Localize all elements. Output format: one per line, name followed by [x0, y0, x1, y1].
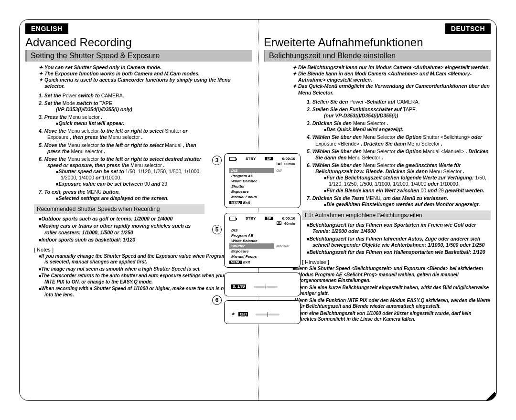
lang-tab-english: ENGLISH — [25, 23, 68, 34]
note-item: Wenn eine Belichtungszeit von 1/1000 ode… — [292, 311, 491, 323]
step-4: 4. Move the Menu selector to the left or… — [39, 128, 204, 140]
notes-en: If you manually change the Shutter Speed… — [25, 253, 252, 298]
step-3: 3. Drücken Sie den Menu Selector . Das Q… — [307, 120, 491, 133]
steps-en: 1. Set the Power switch to CAMERA. 2. Se… — [25, 93, 252, 202]
bullet-item: Belichtungszeit für das Filmen fahrender… — [307, 236, 491, 248]
callout-circle-3: 3 — [212, 156, 222, 165]
lcd-screen-3: STBYSP0:00:10 60min DISOff Program AE Wh… — [224, 153, 301, 208]
note-item: Wenn Sie eine kurze Belichtungszeit eing… — [292, 285, 491, 297]
lang-tab-deutsch: DEUTSCH — [445, 23, 491, 34]
step-3: 3. Press the Menu selector . Quick menu … — [39, 114, 204, 126]
stby-label: STBY — [246, 157, 256, 161]
menu-row: Shutter — [229, 184, 295, 189]
page-number: 57 — [488, 395, 497, 401]
page-title-de: Erweiterte Aufnahmefunktionen — [264, 36, 491, 49]
menu-row: Exposure — [229, 189, 295, 194]
notes-label-en: [ Notes ] — [34, 247, 252, 252]
step-5: 5. Move the Menu selector to the left or… — [39, 142, 204, 155]
intro-item: Quick menu is used to access Camcorder f… — [39, 77, 252, 89]
step-2: 2. Stellen Sie den Funktionsschalter auf… — [307, 106, 491, 119]
remain-label: 60min — [284, 221, 295, 226]
lcd-screen-6a: S. 1/50 — [224, 273, 301, 296]
shutter-value: S. 1/50 — [231, 284, 246, 289]
slider-bar — [256, 314, 280, 315]
intro-item: The Exposure function works in both Came… — [39, 71, 252, 77]
slider-bar — [254, 286, 278, 288]
sp-label: SP — [265, 157, 272, 160]
exposure-value: [29] — [238, 312, 248, 316]
time-label: 0:00:10 — [282, 216, 295, 220]
bullet-item: Moving cars or trains or other rapidly m… — [39, 223, 204, 235]
bullet-item: Belichtungszeit für das Filmen von Halle… — [307, 249, 491, 255]
menu-exit: MENU Exit — [229, 260, 295, 264]
bullet-item: Belichtungszeit für das Filmen von Sport… — [307, 222, 491, 234]
menu-row: Manual Focus — [229, 194, 295, 200]
intro-item: Die Blende kann in den Modi Camera <Aufn… — [292, 71, 491, 83]
menu-row: White Balance — [229, 178, 295, 184]
step-1: 1. Set the Power switch to CAMERA. — [39, 93, 204, 99]
step-5: 5. Wählen Sie über den Menu Selector die… — [307, 148, 491, 161]
intro-item: Die Belichtungszeit kann nur im Modus Ca… — [292, 64, 491, 71]
notes-label-de: [ Hinweise ] — [302, 259, 491, 265]
step-2: 2. Set the Mode switch to TAPE.(VP-D353(… — [39, 100, 204, 113]
lcd-screen-6b: ✳ [29] — [224, 300, 301, 324]
lcd-screen-5: STBYSP0:00:10 60min DIS Program AE White… — [224, 213, 301, 268]
menu-row: Program AE — [229, 173, 295, 178]
menu-row: Exposure — [229, 249, 295, 254]
intro-de: Die Belichtungszeit kann nur im Modus Ca… — [264, 63, 491, 99]
note-item: If you manually change the Shutter Speed… — [39, 253, 252, 265]
section-header-de: Belichtungszeit und Blende einstellen — [264, 50, 491, 62]
battery-icon — [229, 157, 236, 161]
tape-icon — [277, 162, 281, 165]
note-item: Wenn Sie Shutter Speed <Belichtungszeit>… — [292, 266, 491, 284]
sp-label: SP — [265, 217, 272, 220]
note-item: Wenn Sie die Funktion NITE PIX oder den … — [292, 298, 491, 310]
lcd-illustrations: 3 STBYSP0:00:10 60min DISOff Program AE … — [224, 153, 310, 324]
menu-exit: MENU Exit — [229, 200, 295, 205]
battery-icon — [229, 217, 236, 220]
menu-row: White Balance — [229, 238, 295, 243]
callout-circle-5: 5 — [212, 225, 222, 234]
menu-row: ShutterManual — [229, 243, 295, 249]
step-6: 6. Wählen Sie über den Menu Selector die… — [307, 162, 491, 194]
menu-row: DIS — [229, 228, 295, 233]
quick-menu: DIS Program AE White Balance ShutterManu… — [229, 228, 295, 259]
remain-label: 60min — [284, 162, 295, 166]
intro-item: You can set Shutter Speed only in Camera… — [39, 64, 252, 71]
stby-label: STBY — [246, 216, 256, 220]
section-header-en: Setting the Shutter Speed & Exposure — [25, 50, 252, 62]
english-column: ENGLISH Advanced Recording Setting the S… — [20, 20, 258, 400]
step-7: 7. To exit, press the MENU button. Selec… — [39, 189, 204, 201]
subheader-en: Recommended Shutter Speeds when Recordin… — [34, 204, 204, 214]
step-6: 6. Move the Menu selector to the left or… — [39, 156, 204, 188]
intro-item: Das Quick-Menü ermöglicht die Verwendung… — [292, 83, 491, 95]
intro-en: You can set Shutter Speed only in Camera… — [25, 63, 252, 93]
page-title-en: Advanced Recording — [25, 36, 252, 49]
bullet-item: Outdoor sports such as golf or tennis: 1… — [39, 216, 204, 222]
menu-row: DISOff — [229, 168, 295, 173]
menu-row: Manual Focus — [229, 254, 295, 259]
time-label: 0:00:10 — [282, 157, 295, 161]
note-item: The Camcorder returns to the auto shutte… — [39, 273, 252, 285]
tape-icon — [277, 221, 281, 225]
exposure-icon: ✳ — [231, 312, 235, 316]
callout-circle-6: 6 — [212, 295, 222, 305]
note-item: When recording with a Shutter Speed of 1… — [39, 286, 252, 298]
step-7: 7. Drücken Sie die Taste MENU, um das Me… — [307, 195, 491, 208]
menu-row: Program AE — [229, 233, 295, 238]
bullet-item: Indoor sports such as basketball: 1/120 — [39, 237, 204, 243]
note-item: The image may not seem as smooth when a … — [39, 266, 252, 273]
step-1: 1. Stellen Sie den Power -Schalter auf C… — [307, 99, 491, 105]
subheader-de: Für Aufnahmen empfohlene Belichtungszeit… — [302, 210, 491, 220]
step-4: 4. Wählen Sie über den Menu Selector die… — [307, 134, 491, 147]
manual-page: ENGLISH Advanced Recording Setting the S… — [19, 19, 497, 401]
quick-menu: DISOff Program AE White Balance Shutter … — [229, 168, 295, 200]
